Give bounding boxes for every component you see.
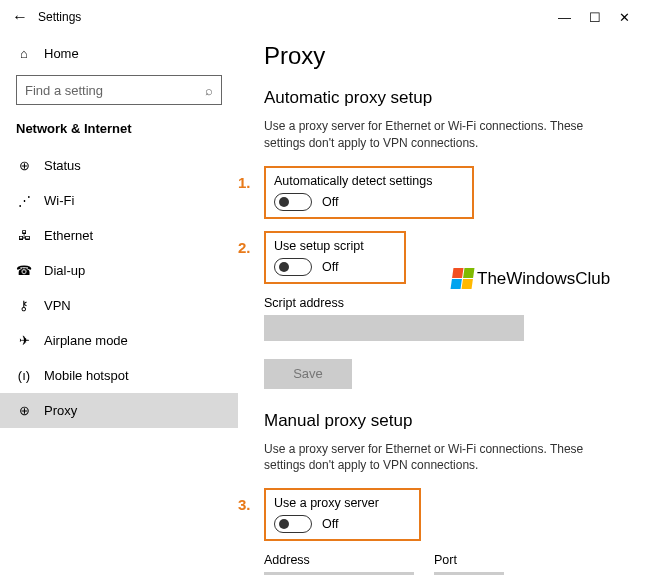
- sidebar-item-ethernet[interactable]: 🖧 Ethernet: [0, 218, 238, 253]
- script-address-label: Script address: [264, 296, 630, 310]
- sidebar-home[interactable]: ⌂ Home: [0, 40, 238, 75]
- setup-script-state: Off: [322, 260, 338, 274]
- search-icon: ⌕: [205, 83, 213, 98]
- address-label: Address: [264, 553, 414, 567]
- auto-heading: Automatic proxy setup: [264, 88, 630, 108]
- setup-script-toggle[interactable]: [274, 258, 312, 276]
- sidebar-item-proxy[interactable]: ⊕ Proxy: [0, 393, 238, 428]
- maximize-button[interactable]: ☐: [589, 10, 601, 25]
- auto-detect-toggle[interactable]: [274, 193, 312, 211]
- sidebar-item-status[interactable]: ⊕ Status: [0, 148, 238, 183]
- proxy-icon: ⊕: [16, 403, 32, 418]
- sidebar-item-label: Airplane mode: [44, 333, 128, 348]
- sidebar-item-label: Wi-Fi: [44, 193, 74, 208]
- hotspot-icon: (ı): [16, 368, 32, 383]
- minimize-button[interactable]: —: [558, 10, 571, 25]
- callout-2: 2.: [238, 239, 251, 256]
- sidebar-group-label: Network & Internet: [0, 121, 238, 148]
- airplane-icon: ✈: [16, 333, 32, 348]
- annotation-box-1: Automatically detect settings Off: [264, 166, 474, 219]
- callout-1: 1.: [238, 174, 251, 191]
- script-address-input[interactable]: [264, 315, 524, 341]
- manual-desc: Use a proxy server for Ethernet or Wi-Fi…: [264, 441, 604, 475]
- sidebar-item-wifi[interactable]: ⋰ Wi-Fi: [0, 183, 238, 218]
- home-label: Home: [44, 46, 79, 61]
- annotation-box-2: Use setup script Off: [264, 231, 406, 284]
- sidebar-item-label: VPN: [44, 298, 71, 313]
- use-proxy-toggle[interactable]: [274, 515, 312, 533]
- back-button[interactable]: ←: [6, 8, 34, 26]
- ethernet-icon: 🖧: [16, 228, 32, 243]
- page-title: Proxy: [264, 42, 630, 70]
- windows-logo-icon: [451, 268, 475, 289]
- sidebar-item-label: Mobile hotspot: [44, 368, 129, 383]
- search-placeholder: Find a setting: [25, 83, 103, 98]
- port-label: Port: [434, 553, 504, 567]
- sidebar-item-dialup[interactable]: ☎ Dial-up: [0, 253, 238, 288]
- sidebar-item-hotspot[interactable]: (ı) Mobile hotspot: [0, 358, 238, 393]
- manual-heading: Manual proxy setup: [264, 411, 630, 431]
- auto-detect-state: Off: [322, 195, 338, 209]
- close-button[interactable]: ✕: [619, 10, 630, 25]
- main-panel: Proxy Automatic proxy setup Use a proxy …: [238, 34, 650, 575]
- sidebar-item-airplane[interactable]: ✈ Airplane mode: [0, 323, 238, 358]
- annotation-box-3: Use a proxy server Off: [264, 488, 421, 541]
- save-button[interactable]: Save: [264, 359, 352, 389]
- dialup-icon: ☎: [16, 263, 32, 278]
- use-proxy-label: Use a proxy server: [274, 496, 379, 510]
- vpn-icon: ⚷: [16, 298, 32, 313]
- auto-desc: Use a proxy server for Ethernet or Wi-Fi…: [264, 118, 604, 152]
- window-title: Settings: [34, 10, 558, 24]
- search-input[interactable]: Find a setting ⌕: [16, 75, 222, 105]
- sidebar-item-label: Ethernet: [44, 228, 93, 243]
- status-icon: ⊕: [16, 158, 32, 173]
- callout-3: 3.: [238, 496, 251, 513]
- wifi-icon: ⋰: [16, 193, 32, 208]
- setup-script-label: Use setup script: [274, 239, 364, 253]
- auto-detect-label: Automatically detect settings: [274, 174, 432, 188]
- sidebar-item-vpn[interactable]: ⚷ VPN: [0, 288, 238, 323]
- use-proxy-state: Off: [322, 517, 338, 531]
- home-icon: ⌂: [16, 46, 32, 61]
- titlebar: ← Settings — ☐ ✕: [0, 0, 650, 34]
- sidebar-item-label: Proxy: [44, 403, 77, 418]
- sidebar-item-label: Dial-up: [44, 263, 85, 278]
- watermark: TheWindowsClub: [452, 268, 610, 289]
- sidebar-item-label: Status: [44, 158, 81, 173]
- watermark-text: TheWindowsClub: [477, 269, 610, 289]
- sidebar: ⌂ Home Find a setting ⌕ Network & Intern…: [0, 34, 238, 575]
